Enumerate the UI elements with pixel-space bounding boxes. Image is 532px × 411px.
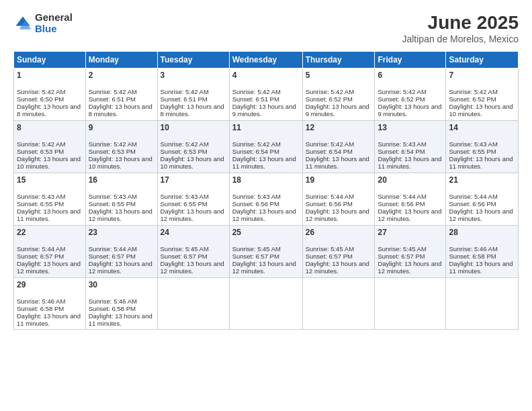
sunset-text: Sunset: 6:56 PM <box>306 200 353 208</box>
sunrise-text: Sunrise: 5:42 AM <box>232 140 281 148</box>
logo: General Blue <box>13 12 73 34</box>
daylight-text: Daylight: 13 hours and 12 minutes. <box>161 208 224 222</box>
day-number: 22 <box>17 228 83 237</box>
sunset-text: Sunset: 6:53 PM <box>17 148 64 155</box>
sunset-text: Sunset: 6:58 PM <box>449 253 496 260</box>
month-title: June 2025 <box>402 12 519 34</box>
sunset-text: Sunset: 6:57 PM <box>89 253 136 260</box>
sunrise-text: Sunrise: 5:45 AM <box>378 245 426 253</box>
daylight-text: Daylight: 13 hours and 9 minutes. <box>232 103 296 118</box>
table-row: 16Sunrise: 5:43 AMSunset: 6:55 PMDayligh… <box>85 173 157 226</box>
sunrise-text: Sunrise: 5:44 AM <box>378 193 426 200</box>
daylight-text: Daylight: 13 hours and 9 minutes. <box>306 103 369 118</box>
day-number: 29 <box>17 280 83 289</box>
calendar-header-row: Sunday Monday Tuesday Wednesday Thursday… <box>14 52 519 68</box>
sunrise-text: Sunrise: 5:42 AM <box>89 88 137 95</box>
table-row: 29Sunrise: 5:46 AMSunset: 6:58 PMDayligh… <box>14 278 86 330</box>
day-number: 25 <box>232 228 300 237</box>
sunrise-text: Sunrise: 5:44 AM <box>449 193 497 200</box>
sunrise-text: Sunrise: 5:42 AM <box>306 140 354 148</box>
day-number: 11 <box>232 123 300 132</box>
sunrise-text: Sunrise: 5:42 AM <box>232 88 281 95</box>
sunset-text: Sunset: 6:57 PM <box>378 253 425 260</box>
col-monday: Monday <box>85 52 157 68</box>
sunrise-text: Sunrise: 5:43 AM <box>449 140 497 148</box>
day-number: 19 <box>306 175 372 185</box>
sunrise-text: Sunrise: 5:44 AM <box>89 245 137 253</box>
table-row <box>375 278 446 330</box>
daylight-text: Daylight: 13 hours and 11 minutes. <box>449 155 513 170</box>
calendar-row: 1Sunrise: 5:42 AMSunset: 6:50 PMDaylight… <box>14 68 519 121</box>
table-row: 13Sunrise: 5:43 AMSunset: 6:54 PMDayligh… <box>375 121 446 173</box>
sunrise-text: Sunrise: 5:46 AM <box>89 298 137 305</box>
sunset-text: Sunset: 6:53 PM <box>89 148 136 155</box>
day-number: 21 <box>449 175 515 185</box>
daylight-text: Daylight: 13 hours and 11 minutes. <box>17 208 81 222</box>
sunrise-text: Sunrise: 5:42 AM <box>306 88 354 95</box>
table-row <box>229 278 302 330</box>
daylight-text: Daylight: 13 hours and 8 minutes. <box>89 103 152 118</box>
sunrise-text: Sunrise: 5:43 AM <box>232 193 281 200</box>
table-row: 15Sunrise: 5:43 AMSunset: 6:55 PMDayligh… <box>14 173 86 226</box>
table-row: 25Sunrise: 5:45 AMSunset: 6:57 PMDayligh… <box>229 226 302 278</box>
daylight-text: Daylight: 13 hours and 10 minutes. <box>449 103 513 118</box>
table-row: 26Sunrise: 5:45 AMSunset: 6:57 PMDayligh… <box>302 226 375 278</box>
table-row <box>302 278 375 330</box>
sunrise-text: Sunrise: 5:42 AM <box>161 140 209 148</box>
sunset-text: Sunset: 6:53 PM <box>161 148 208 155</box>
daylight-text: Daylight: 13 hours and 11 minutes. <box>17 312 81 327</box>
logo-general: General <box>35 12 73 24</box>
daylight-text: Daylight: 13 hours and 10 minutes. <box>17 155 81 170</box>
sunset-text: Sunset: 6:57 PM <box>306 253 353 260</box>
day-number: 16 <box>89 175 154 185</box>
daylight-text: Daylight: 13 hours and 8 minutes. <box>17 103 81 118</box>
calendar-row: 15Sunrise: 5:43 AMSunset: 6:55 PMDayligh… <box>14 173 519 226</box>
daylight-text: Daylight: 13 hours and 11 minutes. <box>306 155 369 170</box>
header: General Blue June 2025 Jaltipan de Morel… <box>13 12 519 44</box>
daylight-text: Daylight: 13 hours and 12 minutes. <box>306 208 369 222</box>
day-number: 5 <box>306 71 372 80</box>
daylight-text: Daylight: 13 hours and 12 minutes. <box>449 208 513 222</box>
day-number: 15 <box>17 175 83 185</box>
table-row: 12Sunrise: 5:42 AMSunset: 6:54 PMDayligh… <box>302 121 375 173</box>
table-row: 5Sunrise: 5:42 AMSunset: 6:52 PMDaylight… <box>302 68 375 121</box>
sunset-text: Sunset: 6:52 PM <box>378 95 425 103</box>
sunrise-text: Sunrise: 5:42 AM <box>89 140 137 148</box>
sunrise-text: Sunrise: 5:43 AM <box>161 193 209 200</box>
sunrise-text: Sunrise: 5:43 AM <box>17 193 65 200</box>
sunset-text: Sunset: 6:55 PM <box>161 200 208 208</box>
table-row: 22Sunrise: 5:44 AMSunset: 6:57 PMDayligh… <box>14 226 86 278</box>
daylight-text: Daylight: 13 hours and 11 minutes. <box>449 260 513 275</box>
daylight-text: Daylight: 13 hours and 12 minutes. <box>161 260 224 275</box>
day-number: 27 <box>378 228 443 237</box>
col-friday: Friday <box>375 52 446 68</box>
sunrise-text: Sunrise: 5:45 AM <box>306 245 354 253</box>
daylight-text: Daylight: 13 hours and 12 minutes. <box>17 260 81 275</box>
logo-blue: Blue <box>35 24 73 35</box>
sunset-text: Sunset: 6:58 PM <box>89 305 136 312</box>
daylight-text: Daylight: 13 hours and 12 minutes. <box>306 260 369 275</box>
sunrise-text: Sunrise: 5:42 AM <box>17 140 65 148</box>
table-row: 28Sunrise: 5:46 AMSunset: 6:58 PMDayligh… <box>446 226 519 278</box>
logo-icon <box>13 14 32 33</box>
table-row: 30Sunrise: 5:46 AMSunset: 6:58 PMDayligh… <box>85 278 157 330</box>
daylight-text: Daylight: 13 hours and 12 minutes. <box>89 208 152 222</box>
day-number: 7 <box>449 71 515 80</box>
sunset-text: Sunset: 6:57 PM <box>232 253 279 260</box>
title-block: June 2025 Jaltipan de Morelos, Mexico <box>402 12 519 44</box>
day-number: 2 <box>89 71 154 80</box>
table-row: 19Sunrise: 5:44 AMSunset: 6:56 PMDayligh… <box>302 173 375 226</box>
daylight-text: Daylight: 13 hours and 10 minutes. <box>161 155 224 170</box>
sunset-text: Sunset: 6:55 PM <box>17 200 64 208</box>
day-number: 23 <box>89 228 154 237</box>
table-row: 6Sunrise: 5:42 AMSunset: 6:52 PMDaylight… <box>375 68 446 121</box>
day-number: 30 <box>89 280 154 289</box>
sunset-text: Sunset: 6:54 PM <box>378 148 425 155</box>
daylight-text: Daylight: 13 hours and 10 minutes. <box>89 155 152 170</box>
sunset-text: Sunset: 6:55 PM <box>89 200 136 208</box>
day-number: 6 <box>378 71 443 80</box>
sunset-text: Sunset: 6:51 PM <box>161 95 208 103</box>
table-row: 23Sunrise: 5:44 AMSunset: 6:57 PMDayligh… <box>85 226 157 278</box>
sunset-text: Sunset: 6:51 PM <box>232 95 279 103</box>
day-number: 10 <box>161 123 226 132</box>
